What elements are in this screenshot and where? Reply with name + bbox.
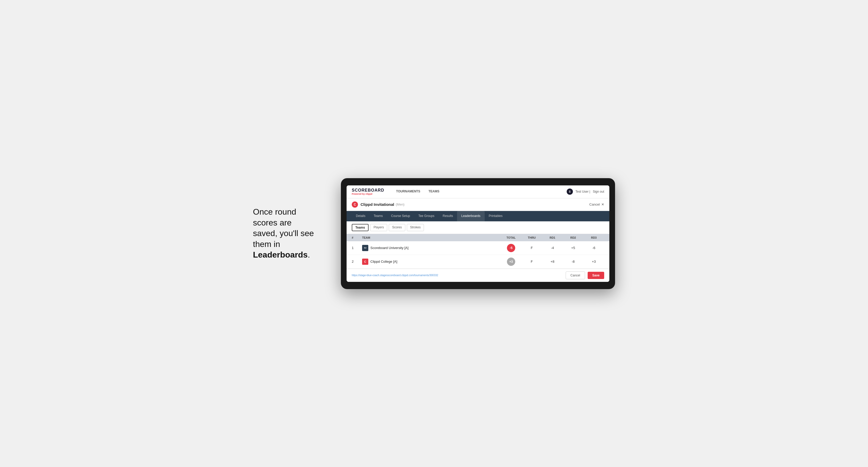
close-icon: ✕ — [601, 203, 604, 206]
col-team: TEAM — [362, 236, 501, 239]
intro-line5-end: . — [308, 250, 310, 259]
col-thru: THRU — [521, 236, 542, 239]
tab-results[interactable]: Results — [438, 211, 457, 221]
tabs-bar: Details Teams Course Setup Tee Groups Re… — [347, 211, 609, 221]
intro-text: Once round scores are saved, you'll see … — [253, 207, 326, 260]
row1-score-badge: -5 — [507, 244, 515, 252]
user-avatar: S — [567, 188, 573, 195]
row2-team-logo: C — [362, 258, 368, 265]
tab-course-setup[interactable]: Course Setup — [387, 211, 414, 221]
tournament-icon: C — [352, 201, 358, 208]
col-num: # — [352, 236, 362, 239]
row1-team-cell: SU Scoreboard University [A] — [362, 245, 501, 251]
tournament-title: Clippd Invitational — [361, 202, 394, 207]
tab-printables[interactable]: Printables — [485, 211, 507, 221]
col-rd1: RD1 — [542, 236, 563, 239]
leaderboard-content: # TEAM TOTAL THRU RD1 RD2 RD3 1 SU Scor — [347, 234, 609, 269]
col-total: TOTAL — [501, 236, 521, 239]
logo-sub: Powered by clippd — [352, 193, 384, 195]
tab-teams[interactable]: Teams — [370, 211, 387, 221]
row2-rd3: +3 — [584, 260, 604, 263]
intro-line4: them in — [253, 240, 280, 249]
tab-leaderboards[interactable]: Leaderboards — [457, 211, 485, 221]
row1-rd3: -6 — [584, 246, 604, 250]
row2-total: +3 — [501, 257, 521, 266]
intro-line3: saved, you'll see — [253, 228, 314, 238]
sub-tab-scores[interactable]: Scores — [389, 224, 405, 231]
row2-thru: F — [521, 260, 542, 263]
logo-text: SCOREBOARD — [352, 188, 384, 193]
sub-tabs: Teams Players Scores Strokes — [347, 221, 609, 234]
sub-tab-players[interactable]: Players — [370, 224, 387, 231]
row2-team-cell: C Clippd College [A] — [362, 258, 501, 265]
tournament-sub: (Men) — [396, 203, 404, 206]
cancel-button-footer[interactable]: Cancel — [566, 272, 585, 279]
row1-rd1: -4 — [542, 246, 563, 250]
row2-score-badge: +3 — [507, 257, 515, 266]
row2-team-name: Clippd College [A] — [370, 260, 397, 263]
sign-out-link[interactable]: Sign out — [593, 190, 604, 193]
sub-tab-strokes[interactable]: Strokes — [407, 224, 424, 231]
row2-rd2: -8 — [563, 260, 584, 263]
nav-teams[interactable]: TEAMS — [425, 185, 443, 198]
table-row: 2 C Clippd College [A] +3 F +8 -8 +3 — [347, 255, 609, 269]
col-rd3: RD3 — [584, 236, 604, 239]
user-name: Test User | — [576, 190, 590, 193]
table-row: 1 SU Scoreboard University [A] -5 F -4 +… — [347, 241, 609, 255]
footer-bar: https://stage-blue-coach.stagesscoreboar… — [347, 269, 609, 282]
logo: SCOREBOARD Powered by clippd — [352, 188, 384, 195]
top-nav: SCOREBOARD Powered by clippd TOURNAMENTS… — [347, 185, 609, 198]
sub-tab-teams[interactable]: Teams — [352, 224, 369, 231]
tablet: SCOREBOARD Powered by clippd TOURNAMENTS… — [341, 178, 615, 289]
tablet-screen: SCOREBOARD Powered by clippd TOURNAMENTS… — [347, 185, 609, 282]
col-rd2: RD2 — [563, 236, 584, 239]
row1-num: 1 — [352, 246, 362, 250]
row1-thru: F — [521, 246, 542, 250]
tab-details[interactable]: Details — [352, 211, 370, 221]
row1-team-name: Scoreboard University [A] — [370, 246, 408, 250]
intro-line1: Once round — [253, 207, 296, 216]
intro-line2: scores are — [253, 218, 291, 227]
row1-total: -5 — [501, 244, 521, 252]
row2-num: 2 — [352, 260, 362, 263]
nav-tournaments[interactable]: TOURNAMENTS — [392, 185, 425, 198]
nav-right: S Test User | Sign out — [567, 188, 604, 195]
table-header: # TEAM TOTAL THRU RD1 RD2 RD3 — [347, 234, 609, 241]
nav-links: TOURNAMENTS TEAMS — [392, 185, 443, 198]
cancel-button-header[interactable]: Cancel ✕ — [589, 203, 604, 206]
row1-rd2: +5 — [563, 246, 584, 250]
row1-team-logo: SU — [362, 245, 368, 251]
tab-tee-groups[interactable]: Tee Groups — [414, 211, 438, 221]
save-button[interactable]: Save — [588, 272, 604, 279]
footer-url: https://stage-blue-coach.stagesscoreboar… — [352, 274, 438, 277]
row2-rd1: +8 — [542, 260, 563, 263]
tournament-header: C Clippd Invitational (Men) Cancel ✕ — [347, 198, 609, 211]
intro-line5-bold: Leaderboards — [253, 250, 308, 259]
